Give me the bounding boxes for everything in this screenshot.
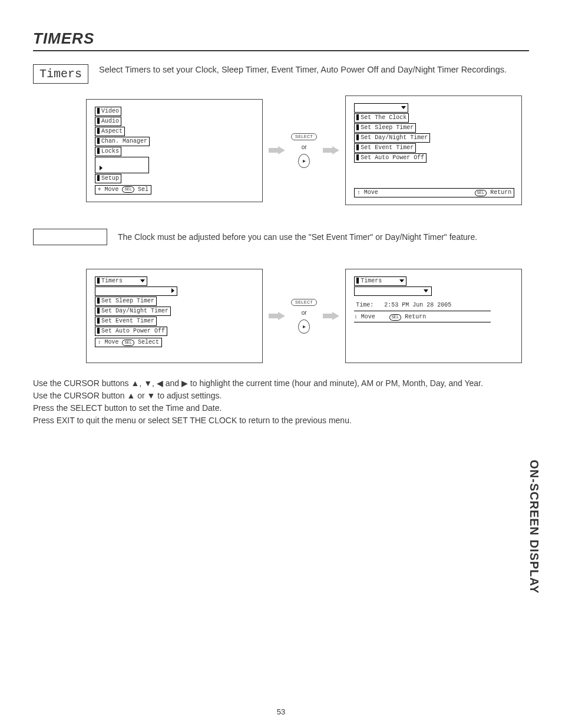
- instruction-line: Press EXIT to quit the menu or select SE…: [33, 414, 529, 427]
- select-or-cursor: SELECT or ▸: [291, 299, 317, 334]
- svg-marker-0: [269, 146, 285, 154]
- svg-marker-3: [323, 312, 339, 320]
- footer-sel: Sel: [138, 186, 148, 193]
- cursor-right-button-icon: ▸: [298, 154, 310, 168]
- menu-item: Set Event Timer: [95, 317, 157, 326]
- or-label: or: [302, 144, 307, 150]
- title-rule: [33, 50, 529, 51]
- select-button-icon: SELECT: [291, 133, 317, 140]
- arrow-right-icon: [323, 312, 339, 320]
- timers-label-box: Timers: [33, 64, 88, 84]
- osd-footer: ↕ Move SEL Return: [354, 188, 514, 197]
- diagram-row-2: Timers Set Sleep Timer Set Day/Night Tim…: [86, 269, 529, 363]
- osd-set-clock: Timers Time: 2:53 PM Jun 28 2005 ↕ Move …: [345, 269, 522, 363]
- menu-item-highlight: [95, 157, 149, 173]
- note-label-box: [33, 229, 107, 245]
- osd-footer: ↕ Move SEL Select: [95, 338, 162, 347]
- instruction-line: Press the SELECT button to set the Time …: [33, 402, 529, 414]
- diagram-row-1: Video Audio Aspect Chan. Manager Locks S…: [86, 95, 529, 205]
- menu-item: Audio: [95, 117, 121, 126]
- sel-pill-icon: SEL: [389, 314, 402, 321]
- menu-header: Timers: [95, 276, 147, 286]
- sel-pill-icon: SEL: [122, 340, 134, 346]
- menu-header-arrow: [354, 103, 408, 113]
- menu-item: Set The Clock: [354, 113, 409, 123]
- arrow-right-icon: [269, 146, 285, 154]
- or-label: or: [302, 309, 307, 316]
- osd-footer: ↕ Move SEL Return: [354, 314, 426, 321]
- menu-item: Set Day/Night Timer: [354, 133, 430, 143]
- arrow-right-icon: [269, 312, 285, 320]
- menu-item: Video: [95, 107, 121, 116]
- osd-main-menu: Video Audio Aspect Chan. Manager Locks S…: [86, 99, 263, 202]
- menu-item: Set Event Timer: [354, 143, 416, 153]
- intro-text: Select Timers to set your Clock, Sleep T…: [99, 64, 507, 76]
- move-icon: ✢: [98, 186, 101, 193]
- menu-header: Timers: [354, 276, 406, 286]
- select-button-icon: SELECT: [291, 299, 317, 306]
- osd-timers-menu: Set The Clock Set Sleep Timer Set Day/Ni…: [345, 95, 522, 205]
- updown-icon: ↕: [357, 190, 360, 196]
- osd-footer: ✢ Move SEL Sel: [95, 185, 151, 195]
- note-text: The Clock must be adjusted before you ca…: [118, 232, 477, 242]
- footer-move: Move: [104, 186, 118, 193]
- menu-item: Chan. Manager: [95, 137, 150, 146]
- instruction-block: Use the CURSOR buttons ▲, ▼, ◀ and ▶ to …: [33, 377, 529, 427]
- menu-item-highlight: [95, 286, 177, 296]
- menu-item-highlight: [354, 286, 432, 296]
- intro-row: Timers Select Timers to set your Clock, …: [33, 64, 529, 84]
- note-row: The Clock must be adjusted before you ca…: [33, 229, 529, 245]
- svg-marker-2: [269, 312, 285, 320]
- time-row: Time: 2:53 PM Jun 28 2005: [354, 301, 453, 309]
- cursor-right-button-icon: ▸: [298, 319, 310, 334]
- osd-timers-submenu: Timers Set Sleep Timer Set Day/Night Tim…: [86, 269, 263, 363]
- menu-item: Set Auto Power Off: [95, 327, 167, 336]
- instruction-line: Use the CURSOR button ▲ or ▼ to adjust s…: [33, 390, 529, 402]
- menu-item: Set Sleep Timer: [354, 123, 416, 133]
- updown-icon: ↕: [98, 340, 101, 346]
- menu-item: Setup: [95, 174, 121, 183]
- page-number: 53: [0, 707, 562, 716]
- sel-pill-icon: SEL: [122, 186, 134, 193]
- arrow-right-icon: [323, 146, 339, 154]
- menu-item: Set Day/Night Timer: [95, 307, 171, 316]
- sel-pill-icon: SEL: [475, 190, 487, 196]
- select-or-cursor: SELECT or ▸: [291, 133, 317, 168]
- updown-icon: ↕: [354, 314, 357, 321]
- page-title: TIMERS: [33, 29, 529, 48]
- section-side-label: ON-SCREEN DISPLAY: [527, 460, 541, 594]
- menu-item: Set Auto Power Off: [354, 153, 427, 163]
- menu-item: Set Sleep Timer: [95, 297, 157, 306]
- menu-item: Aspect: [95, 127, 125, 136]
- menu-item: Locks: [95, 147, 121, 156]
- svg-marker-1: [323, 146, 339, 154]
- instruction-line: Use the CURSOR buttons ▲, ▼, ◀ and ▶ to …: [33, 377, 529, 390]
